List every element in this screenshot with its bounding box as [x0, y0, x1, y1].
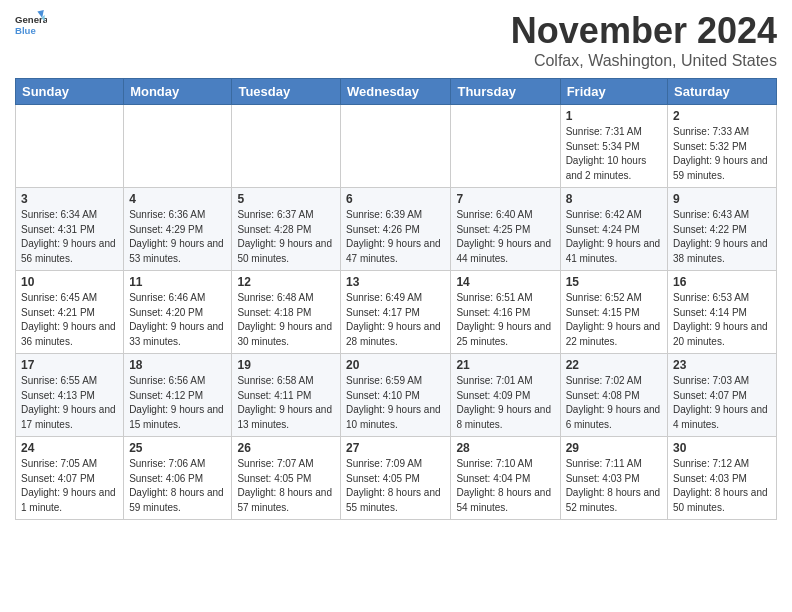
day-number: 12 [237, 275, 335, 289]
calendar-week: 24Sunrise: 7:05 AM Sunset: 4:07 PM Dayli… [16, 437, 777, 520]
day-info: Sunrise: 6:46 AM Sunset: 4:20 PM Dayligh… [129, 291, 226, 349]
day-number: 7 [456, 192, 554, 206]
calendar-cell [341, 105, 451, 188]
header-day: Monday [124, 79, 232, 105]
day-number: 3 [21, 192, 118, 206]
day-number: 5 [237, 192, 335, 206]
day-info: Sunrise: 6:43 AM Sunset: 4:22 PM Dayligh… [673, 208, 771, 266]
calendar-cell: 14Sunrise: 6:51 AM Sunset: 4:16 PM Dayli… [451, 271, 560, 354]
title-block: November 2024 Colfax, Washington, United… [511, 10, 777, 70]
calendar-cell: 6Sunrise: 6:39 AM Sunset: 4:26 PM Daylig… [341, 188, 451, 271]
calendar-cell: 24Sunrise: 7:05 AM Sunset: 4:07 PM Dayli… [16, 437, 124, 520]
day-info: Sunrise: 6:59 AM Sunset: 4:10 PM Dayligh… [346, 374, 445, 432]
calendar-week: 17Sunrise: 6:55 AM Sunset: 4:13 PM Dayli… [16, 354, 777, 437]
calendar-cell: 12Sunrise: 6:48 AM Sunset: 4:18 PM Dayli… [232, 271, 341, 354]
calendar-cell: 20Sunrise: 6:59 AM Sunset: 4:10 PM Dayli… [341, 354, 451, 437]
header-day: Sunday [16, 79, 124, 105]
calendar-week: 1Sunrise: 7:31 AM Sunset: 5:34 PM Daylig… [16, 105, 777, 188]
day-info: Sunrise: 7:10 AM Sunset: 4:04 PM Dayligh… [456, 457, 554, 515]
day-number: 27 [346, 441, 445, 455]
day-info: Sunrise: 6:51 AM Sunset: 4:16 PM Dayligh… [456, 291, 554, 349]
calendar-cell: 3Sunrise: 6:34 AM Sunset: 4:31 PM Daylig… [16, 188, 124, 271]
main-title: November 2024 [511, 10, 777, 52]
day-info: Sunrise: 6:40 AM Sunset: 4:25 PM Dayligh… [456, 208, 554, 266]
day-info: Sunrise: 6:56 AM Sunset: 4:12 PM Dayligh… [129, 374, 226, 432]
day-number: 14 [456, 275, 554, 289]
day-number: 19 [237, 358, 335, 372]
day-info: Sunrise: 7:09 AM Sunset: 4:05 PM Dayligh… [346, 457, 445, 515]
day-info: Sunrise: 7:02 AM Sunset: 4:08 PM Dayligh… [566, 374, 662, 432]
day-number: 11 [129, 275, 226, 289]
calendar-cell: 28Sunrise: 7:10 AM Sunset: 4:04 PM Dayli… [451, 437, 560, 520]
calendar-cell: 10Sunrise: 6:45 AM Sunset: 4:21 PM Dayli… [16, 271, 124, 354]
day-info: Sunrise: 6:49 AM Sunset: 4:17 PM Dayligh… [346, 291, 445, 349]
day-info: Sunrise: 7:05 AM Sunset: 4:07 PM Dayligh… [21, 457, 118, 515]
header-day: Thursday [451, 79, 560, 105]
day-number: 17 [21, 358, 118, 372]
day-number: 24 [21, 441, 118, 455]
day-info: Sunrise: 7:11 AM Sunset: 4:03 PM Dayligh… [566, 457, 662, 515]
calendar-week: 3Sunrise: 6:34 AM Sunset: 4:31 PM Daylig… [16, 188, 777, 271]
day-number: 13 [346, 275, 445, 289]
calendar-header: SundayMondayTuesdayWednesdayThursdayFrid… [16, 79, 777, 105]
page-container: GeneralBlue November 2024 Colfax, Washin… [0, 0, 792, 530]
calendar-cell: 15Sunrise: 6:52 AM Sunset: 4:15 PM Dayli… [560, 271, 667, 354]
calendar-cell [16, 105, 124, 188]
day-info: Sunrise: 7:01 AM Sunset: 4:09 PM Dayligh… [456, 374, 554, 432]
day-number: 30 [673, 441, 771, 455]
calendar-cell: 25Sunrise: 7:06 AM Sunset: 4:06 PM Dayli… [124, 437, 232, 520]
day-number: 26 [237, 441, 335, 455]
day-info: Sunrise: 6:34 AM Sunset: 4:31 PM Dayligh… [21, 208, 118, 266]
day-info: Sunrise: 6:36 AM Sunset: 4:29 PM Dayligh… [129, 208, 226, 266]
day-number: 1 [566, 109, 662, 123]
calendar-cell [232, 105, 341, 188]
day-number: 16 [673, 275, 771, 289]
day-number: 15 [566, 275, 662, 289]
header-day: Tuesday [232, 79, 341, 105]
calendar-cell: 23Sunrise: 7:03 AM Sunset: 4:07 PM Dayli… [668, 354, 777, 437]
page-header: GeneralBlue November 2024 Colfax, Washin… [15, 10, 777, 70]
calendar-cell: 30Sunrise: 7:12 AM Sunset: 4:03 PM Dayli… [668, 437, 777, 520]
day-number: 23 [673, 358, 771, 372]
day-number: 4 [129, 192, 226, 206]
calendar-cell: 19Sunrise: 6:58 AM Sunset: 4:11 PM Dayli… [232, 354, 341, 437]
calendar-cell: 21Sunrise: 7:01 AM Sunset: 4:09 PM Dayli… [451, 354, 560, 437]
day-info: Sunrise: 6:58 AM Sunset: 4:11 PM Dayligh… [237, 374, 335, 432]
calendar-cell: 7Sunrise: 6:40 AM Sunset: 4:25 PM Daylig… [451, 188, 560, 271]
day-number: 22 [566, 358, 662, 372]
day-info: Sunrise: 7:12 AM Sunset: 4:03 PM Dayligh… [673, 457, 771, 515]
day-number: 28 [456, 441, 554, 455]
day-info: Sunrise: 7:31 AM Sunset: 5:34 PM Dayligh… [566, 125, 662, 183]
header-day: Wednesday [341, 79, 451, 105]
day-number: 18 [129, 358, 226, 372]
calendar-cell: 9Sunrise: 6:43 AM Sunset: 4:22 PM Daylig… [668, 188, 777, 271]
calendar-table: SundayMondayTuesdayWednesdayThursdayFrid… [15, 78, 777, 520]
calendar-body: 1Sunrise: 7:31 AM Sunset: 5:34 PM Daylig… [16, 105, 777, 520]
day-info: Sunrise: 7:06 AM Sunset: 4:06 PM Dayligh… [129, 457, 226, 515]
calendar-cell: 13Sunrise: 6:49 AM Sunset: 4:17 PM Dayli… [341, 271, 451, 354]
calendar-cell: 26Sunrise: 7:07 AM Sunset: 4:05 PM Dayli… [232, 437, 341, 520]
day-info: Sunrise: 6:42 AM Sunset: 4:24 PM Dayligh… [566, 208, 662, 266]
calendar-cell [451, 105, 560, 188]
calendar-cell: 8Sunrise: 6:42 AM Sunset: 4:24 PM Daylig… [560, 188, 667, 271]
calendar-cell [124, 105, 232, 188]
calendar-cell: 29Sunrise: 7:11 AM Sunset: 4:03 PM Dayli… [560, 437, 667, 520]
svg-text:Blue: Blue [15, 25, 36, 36]
day-info: Sunrise: 6:45 AM Sunset: 4:21 PM Dayligh… [21, 291, 118, 349]
calendar-cell: 5Sunrise: 6:37 AM Sunset: 4:28 PM Daylig… [232, 188, 341, 271]
logo: GeneralBlue [15, 10, 47, 42]
header-day: Friday [560, 79, 667, 105]
day-info: Sunrise: 7:33 AM Sunset: 5:32 PM Dayligh… [673, 125, 771, 183]
day-info: Sunrise: 7:03 AM Sunset: 4:07 PM Dayligh… [673, 374, 771, 432]
day-number: 20 [346, 358, 445, 372]
calendar-week: 10Sunrise: 6:45 AM Sunset: 4:21 PM Dayli… [16, 271, 777, 354]
day-number: 6 [346, 192, 445, 206]
calendar-cell: 11Sunrise: 6:46 AM Sunset: 4:20 PM Dayli… [124, 271, 232, 354]
calendar-cell: 4Sunrise: 6:36 AM Sunset: 4:29 PM Daylig… [124, 188, 232, 271]
header-row: SundayMondayTuesdayWednesdayThursdayFrid… [16, 79, 777, 105]
day-info: Sunrise: 7:07 AM Sunset: 4:05 PM Dayligh… [237, 457, 335, 515]
day-number: 21 [456, 358, 554, 372]
header-day: Saturday [668, 79, 777, 105]
calendar-cell: 18Sunrise: 6:56 AM Sunset: 4:12 PM Dayli… [124, 354, 232, 437]
day-info: Sunrise: 6:53 AM Sunset: 4:14 PM Dayligh… [673, 291, 771, 349]
